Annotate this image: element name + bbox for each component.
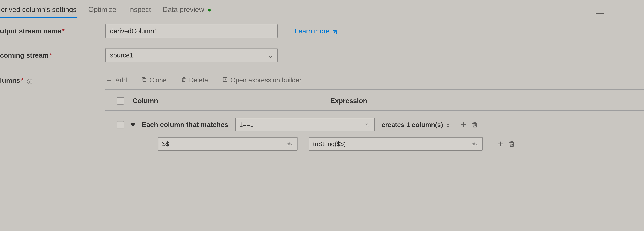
output-stream-input[interactable] — [105, 24, 278, 38]
delete-row-icon[interactable] — [508, 140, 515, 148]
creates-columns-label[interactable]: creates 1 column(s) — [382, 121, 450, 129]
clone-button-label: Clone — [150, 76, 166, 84]
tab-inspect[interactable]: Inspect — [127, 4, 152, 16]
incoming-stream-row: coming stream* source1 — [0, 48, 644, 62]
add-row-icon[interactable] — [460, 121, 467, 128]
clone-icon — [141, 76, 147, 84]
incoming-stream-label: coming stream* — [0, 51, 105, 59]
open-expression-builder-label: Open expression builder — [230, 76, 302, 84]
svg-rect-1 — [143, 78, 146, 81]
match-condition-value: 1==1 — [239, 121, 254, 128]
delete-button-label: Delete — [189, 76, 208, 84]
columns-toolbar: ＋ Add Clone Delete Open expression buil — [105, 72, 644, 90]
add-row-icon[interactable] — [497, 140, 504, 148]
incoming-stream-select[interactable]: source1 — [105, 48, 278, 62]
external-link-icon — [332, 28, 337, 33]
value-expression-value: toString($$) — [313, 140, 346, 148]
sub-row-actions — [497, 140, 515, 148]
add-button-label: Add — [115, 76, 127, 84]
tab-data-preview[interactable]: Data preview — [162, 4, 212, 16]
expression-header: Expression — [330, 97, 367, 105]
required-asterisk: * — [50, 51, 52, 59]
trash-icon — [181, 76, 186, 84]
tab-data-preview-label: Data preview — [163, 5, 204, 13]
columns-section: lumns* i ＋ Add Clone Delete — [0, 72, 644, 151]
value-expression-input[interactable]: toString($$) abc — [309, 137, 482, 151]
type-abc-icon: abc — [286, 142, 294, 146]
select-all-checkbox[interactable] — [117, 97, 124, 105]
chevron-down-icon — [268, 53, 273, 57]
columns-label-text: lumns — [0, 77, 20, 84]
expand-row-icon[interactable] — [130, 123, 136, 127]
incoming-stream-value: source1 — [110, 51, 134, 59]
output-stream-row: utput stream name* Learn more — [0, 24, 644, 38]
required-asterisk: * — [21, 77, 24, 84]
tabs-bar: erived column's settings Optimize Inspec… — [0, 0, 644, 18]
info-icon[interactable]: i — [27, 79, 32, 84]
tab-optimize[interactable]: Optimize — [88, 4, 117, 16]
status-dot-icon — [208, 9, 211, 11]
pattern-sub-row: $$ abc toString($$) abc — [105, 131, 644, 151]
plus-icon: ＋ — [105, 75, 113, 85]
external-link-icon — [222, 76, 228, 84]
output-stream-label: utput stream name* — [0, 27, 105, 35]
expression-type-icon: x✓ — [366, 122, 370, 128]
clone-button[interactable]: Clone — [141, 76, 166, 84]
learn-more-link[interactable]: Learn more — [295, 27, 337, 35]
column-name-expression-input[interactable]: $$ abc — [158, 137, 298, 151]
delete-button[interactable]: Delete — [181, 76, 208, 84]
tab-settings[interactable]: erived column's settings — [0, 4, 78, 16]
pattern-match-label: Each column that matches — [142, 121, 228, 129]
column-name-expression-value: $$ — [162, 140, 169, 148]
chevron-double-down-icon — [446, 122, 450, 127]
learn-more-text: Learn more — [295, 27, 330, 35]
incoming-stream-label-text: coming stream — [0, 51, 48, 59]
add-button[interactable]: ＋ Add — [105, 75, 127, 85]
minimize-icon[interactable] — [596, 13, 604, 14]
row-actions — [460, 121, 478, 128]
open-expression-builder-button[interactable]: Open expression builder — [222, 76, 302, 84]
columns-header-row: Column Expression — [105, 90, 644, 111]
output-stream-label-text: utput stream name — [0, 27, 61, 35]
required-asterisk: * — [62, 27, 65, 35]
match-condition-input[interactable]: 1==1 x✓ — [235, 118, 375, 131]
type-abc-icon: abc — [472, 142, 478, 146]
creates-columns-text: creates 1 column(s) — [382, 121, 443, 129]
pattern-row: Each column that matches 1==1 x✓ creates… — [105, 111, 644, 131]
delete-row-icon[interactable] — [471, 121, 478, 128]
row-checkbox[interactable] — [117, 121, 124, 128]
column-header: Column — [133, 97, 158, 105]
columns-label: lumns* i — [0, 76, 105, 84]
